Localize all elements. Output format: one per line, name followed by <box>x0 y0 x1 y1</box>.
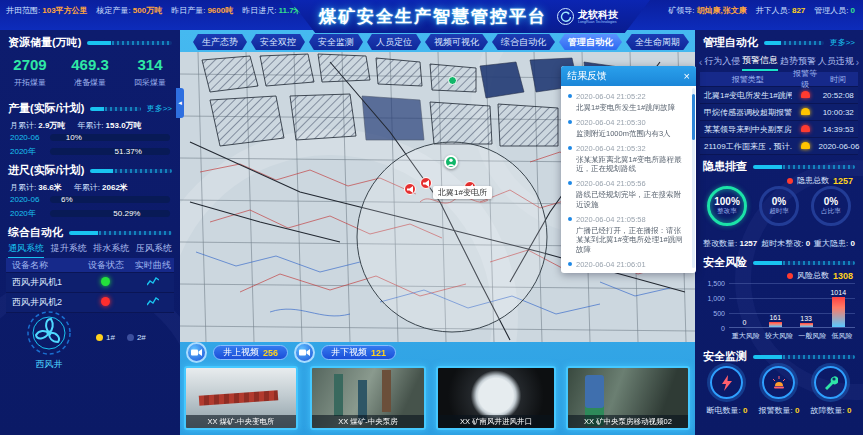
section-title: 综合自动化 <box>8 225 63 240</box>
video-thumbnail-central-pump-room[interactable]: XX 煤矿-中央泵房 <box>310 366 426 430</box>
popup-title: 结果反馈 <box>567 69 607 83</box>
table-row[interactable]: 西风井风机1 <box>6 273 174 293</box>
output-year-bar: 2020年 51.37% <box>10 147 170 156</box>
tab-drainage-system[interactable]: 排水系统 <box>93 242 129 259</box>
section-decoration <box>764 41 824 45</box>
underground-video-icon[interactable] <box>294 342 315 363</box>
alarm-table-header: 报警类型 报警等级 时间 <box>700 72 858 87</box>
alarm-level-icon <box>801 108 810 115</box>
risk-section-header: 安全风险 <box>703 256 855 269</box>
tab-personnel-violation[interactable]: 人员违规 <box>818 55 854 70</box>
underground-video-button[interactable]: 井下视频121 <box>321 345 396 360</box>
section-decoration <box>753 261 855 265</box>
left-panel-collapse-arrow[interactable]: ◂ <box>176 88 184 118</box>
popup-scrollbar[interactable] <box>692 88 695 268</box>
section-title: 产量(实际/计划) <box>8 101 84 116</box>
more-link[interactable]: 更多>> <box>147 103 172 114</box>
hazard-total: 隐患总数 1257 <box>787 175 853 186</box>
alarm-count-item: 报警数量: 0 <box>759 366 800 416</box>
tab-hoisting-system[interactable]: 提升系统 <box>51 242 87 259</box>
red-dot-icon <box>787 273 793 279</box>
footage-month-bar: 2020-06 6% <box>10 195 170 204</box>
rectification-rate-circle: 100%整改率 <box>707 186 747 226</box>
section-title: 资源储量(万吨) <box>8 35 81 50</box>
surface-video-button[interactable]: 井上视频256 <box>213 345 288 360</box>
title-band: 煤矿安全生产智慧管控平台 龙软科技LongRuan Technologies <box>290 0 650 33</box>
fault-count-item: 故障数量: 0 <box>811 366 852 416</box>
red-dot-icon <box>787 178 793 184</box>
fan-label: 西风井 <box>10 358 88 371</box>
output-section-header: 产量(实际/计划) 更多>> <box>8 102 172 115</box>
monitor-badges: 断电数量: 0 报警数量: 0 故障数量: 0 <box>701 366 857 416</box>
map-person-marker[interactable] <box>444 155 458 169</box>
curve-chart-icon[interactable] <box>147 297 159 307</box>
table-row[interactable]: 21109工作面来压，预计... 2020-06-06 <box>700 138 858 155</box>
tab-warning-info[interactable]: 预警信息 <box>742 54 778 71</box>
stat-developed-coal: 2709开拓煤量 <box>0 56 60 88</box>
status-dot <box>101 297 110 306</box>
feedback-item: 2020-06-04 21:05:56路线已经规划完毕，正在搜索附近设施 <box>568 179 686 210</box>
alarm-tabs: ‹ 行为入侵 预警信息 趋势预警 人员违规 › <box>699 54 859 71</box>
tab-behavior-intrusion[interactable]: 行为入侵 <box>704 55 740 70</box>
section-decoration <box>87 41 172 45</box>
close-icon[interactable]: × <box>684 71 690 82</box>
table-row[interactable]: 某某领导来到中央副泵房3-3... 14:39:53 <box>700 121 858 138</box>
alarm-table: 报警类型 报警等级 时间 北翼1#变电所发生1#跳闸... 20:52:08 甲… <box>700 72 858 155</box>
table-row[interactable]: 甲烷传感器调校超期报警... 10:00:32 <box>700 104 858 121</box>
curve-chart-icon[interactable] <box>147 277 159 287</box>
video-thumbnail-mobile-video[interactable]: XX 矿中央泵房移动视频02 <box>566 366 690 430</box>
section-title: 隐患排查 <box>703 159 747 174</box>
tab-video-visualization[interactable]: 视频可视化 <box>425 34 488 50</box>
device-table: 设备名称 设备状态 实时曲线 西风井风机1 西风井风机2 <box>6 258 174 313</box>
substation-map-label[interactable]: 北翼1#变电所 <box>433 186 492 199</box>
tabs-next-icon[interactable]: › <box>856 57 859 68</box>
tab-full-lifecycle[interactable]: 全生命周期 <box>626 34 689 50</box>
section-decoration <box>753 165 855 169</box>
wrench-icon <box>814 366 847 399</box>
topbar-right-stats: 矿领导:胡灿康,张文康 井下人员:827 管理人员:0 <box>668 5 855 16</box>
category-labels: 重大风险 较大风险 一般风险 低风险 <box>729 331 855 341</box>
resource-section-header: 资源储量(万吨) <box>8 36 172 49</box>
tab-production-situation[interactable]: 生产态势 <box>193 34 247 50</box>
section-title: 安全监测 <box>703 349 747 364</box>
y-tick: 500 <box>701 310 725 317</box>
alarm-icon <box>762 366 795 399</box>
main-nav: 生产态势 安全双控 安全监测 人员定位 视频可视化 综合自动化 管理自动化 全生… <box>196 34 686 50</box>
topbar-left-stats: 井田范围:103平方公里 核定产量:500万吨 昨日产量:9600吨 昨日进尺:… <box>6 5 302 16</box>
feedback-item: 2020-06-04 21:06:01 <box>568 260 686 269</box>
bar-general-risk: 133 <box>800 315 813 327</box>
scrollbar-thumb[interactable] <box>692 94 695 140</box>
legend-fan-2[interactable]: 2# <box>127 333 146 342</box>
legend-fan-1[interactable]: 1# <box>96 333 115 342</box>
alarm-level-icon <box>801 91 810 98</box>
bar-major-risk: 0 <box>738 319 751 327</box>
y-tick: 1,500 <box>701 280 725 287</box>
table-row[interactable]: 北翼1#变电所发生1#跳闸... 20:52:08 <box>700 87 858 104</box>
feedback-item: 2020-06-04 21:05:58广播已经打开，正在播报：请张某某到北翼1#… <box>568 215 686 255</box>
status-dot <box>101 277 110 286</box>
video-thumbnail-south-airshaft[interactable]: XX 矿南风井进风井口 <box>436 366 556 430</box>
hazard-stats: 整改数量: 1257 超时未整改: 0 重大隐患: 0 <box>703 238 855 249</box>
horn-icon <box>407 186 414 193</box>
video-caption: XX 矿中央泵房移动视频02 <box>568 415 688 428</box>
tab-safety-monitoring[interactable]: 安全监测 <box>309 34 363 50</box>
output-month-bar: 2020-06 10% <box>10 133 170 142</box>
surface-video-icon[interactable] <box>186 342 207 363</box>
automation-tabs: 通风系统 提升系统 排水系统 压风系统 <box>8 242 172 259</box>
tab-compressed-air-system[interactable]: 压风系统 <box>136 242 172 259</box>
monitor-section-header: 安全监测 <box>703 350 855 363</box>
more-link[interactable]: 更多>> <box>830 37 855 48</box>
overtime-rate-circle: 0%超时率 <box>759 186 799 226</box>
tab-safety-dual-control[interactable]: 安全双控 <box>251 34 305 50</box>
tab-ventilation-system[interactable]: 通风系统 <box>8 242 44 259</box>
map-alarm-marker-1[interactable] <box>404 183 416 195</box>
video-thumbnail-central-substation[interactable]: XX 煤矿-中央变电所 <box>184 366 298 430</box>
company-logo: 龙软科技LongRuan Technologies <box>557 8 621 25</box>
tab-personnel-location[interactable]: 人员定位 <box>367 34 421 50</box>
tab-integrated-automation[interactable]: 综合自动化 <box>492 34 555 50</box>
tabs-prev-icon[interactable]: ‹ <box>699 57 702 68</box>
map-person-dot-marker[interactable] <box>448 76 457 85</box>
left-panel: 资源储量(万吨) 2709开拓煤量 469.3准备煤量 314回采煤量 产量(实… <box>0 30 180 435</box>
map-alarm-marker-2[interactable] <box>420 177 432 189</box>
tab-management-automation[interactable]: 管理自动化 <box>559 34 622 50</box>
